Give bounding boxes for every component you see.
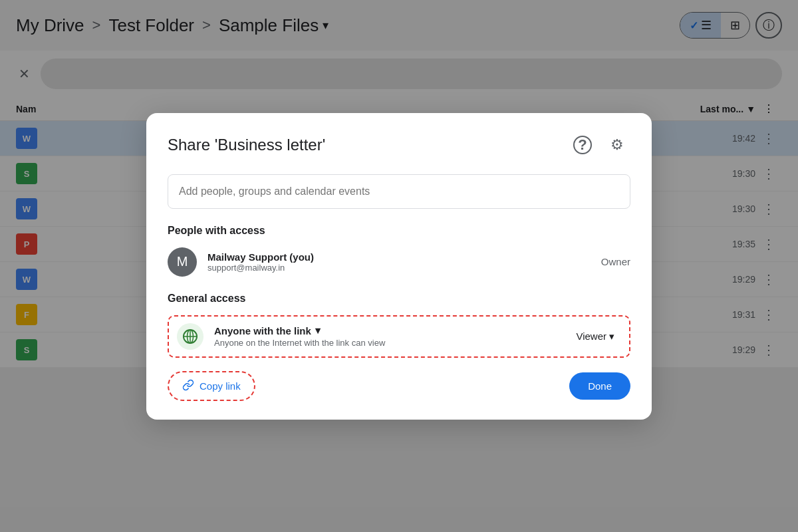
copy-link-label: Copy link bbox=[200, 380, 241, 392]
access-type-label: Anyone with the link bbox=[214, 325, 311, 336]
modal-title: Share 'Business letter' bbox=[168, 136, 561, 154]
access-role-dropdown[interactable]: Viewer ▾ bbox=[569, 327, 621, 346]
person-info: Mailway Support (you) support@mailway.in bbox=[207, 251, 591, 273]
access-type-dropdown[interactable]: Anyone with the link ▾ bbox=[214, 325, 559, 336]
avatar: M bbox=[168, 247, 197, 277]
access-description: Anyone on the Internet with the link can… bbox=[214, 338, 559, 348]
settings-button[interactable]: ⚙ bbox=[604, 132, 630, 158]
globe-icon bbox=[177, 323, 203, 350]
avatar-letter: M bbox=[177, 254, 188, 269]
share-search-input[interactable] bbox=[168, 174, 630, 209]
people-section-title: People with access bbox=[168, 225, 630, 237]
access-role-label: Viewer bbox=[576, 331, 606, 342]
person-email: support@mailway.in bbox=[207, 263, 591, 273]
modal-overlay: Share 'Business letter' ? ⚙ People with … bbox=[0, 0, 798, 532]
help-button[interactable]: ? bbox=[569, 132, 596, 158]
person-name: Mailway Support (you) bbox=[207, 251, 591, 263]
general-access-section: General access Anyone with the link ▾ bbox=[168, 293, 630, 358]
person-role: Owner bbox=[601, 256, 630, 267]
chevron-down-icon: ▾ bbox=[609, 331, 614, 342]
access-main: Anyone with the link ▾ Anyone on the Int… bbox=[214, 325, 559, 348]
help-icon: ? bbox=[573, 136, 592, 154]
chevron-down-icon: ▾ bbox=[315, 325, 321, 336]
share-dialog: Share 'Business letter' ? ⚙ People with … bbox=[146, 113, 652, 420]
done-button[interactable]: Done bbox=[569, 372, 630, 400]
general-access-title: General access bbox=[168, 293, 630, 305]
modal-footer: Copy link Done bbox=[168, 371, 630, 401]
access-row: Anyone with the link ▾ Anyone on the Int… bbox=[168, 315, 630, 358]
gear-icon: ⚙ bbox=[610, 136, 624, 154]
modal-header: Share 'Business letter' ? ⚙ bbox=[168, 132, 630, 158]
link-icon bbox=[182, 379, 194, 393]
copy-link-button[interactable]: Copy link bbox=[168, 371, 255, 401]
person-row: M Mailway Support (you) support@mailway.… bbox=[168, 247, 630, 277]
